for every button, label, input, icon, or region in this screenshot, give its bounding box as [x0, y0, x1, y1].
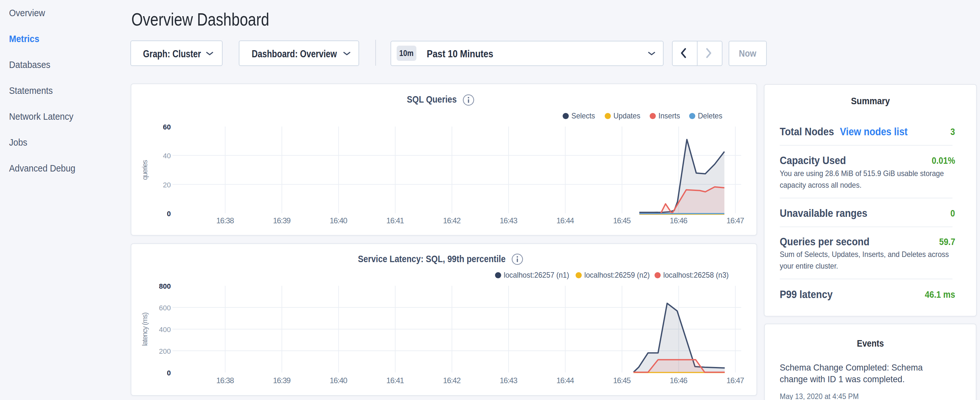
- svg-text:400: 400: [159, 325, 171, 334]
- svg-text:16:46: 16:46: [670, 376, 687, 385]
- svg-text:16:43: 16:43: [500, 376, 518, 385]
- svg-text:16:46: 16:46: [670, 216, 687, 225]
- svg-text:200: 200: [159, 347, 171, 355]
- svg-text:0: 0: [167, 210, 171, 218]
- svg-text:16:38: 16:38: [216, 376, 234, 385]
- svg-text:latency (ms): latency (ms): [141, 312, 149, 346]
- svg-text:60: 60: [163, 123, 171, 131]
- svg-text:16:38: 16:38: [216, 216, 234, 225]
- svg-text:16:45: 16:45: [613, 216, 631, 225]
- svg-text:20: 20: [163, 181, 171, 189]
- svg-text:16:44: 16:44: [557, 376, 574, 385]
- svg-text:16:45: 16:45: [613, 376, 631, 385]
- svg-text:16:43: 16:43: [500, 216, 518, 225]
- svg-text:16:40: 16:40: [330, 376, 347, 385]
- svg-text:16:42: 16:42: [443, 216, 461, 225]
- svg-text:16:42: 16:42: [443, 376, 461, 385]
- svg-text:16:39: 16:39: [273, 216, 291, 225]
- svg-text:16:39: 16:39: [273, 376, 291, 385]
- svg-text:16:47: 16:47: [726, 216, 744, 225]
- svg-text:16:41: 16:41: [386, 376, 404, 385]
- svg-text:16:40: 16:40: [330, 216, 347, 225]
- svg-text:queries: queries: [141, 160, 149, 180]
- svg-text:800: 800: [159, 282, 171, 290]
- svg-text:600: 600: [159, 304, 171, 312]
- svg-text:40: 40: [163, 152, 171, 160]
- svg-text:16:44: 16:44: [557, 216, 574, 225]
- svg-text:16:47: 16:47: [726, 376, 744, 385]
- svg-text:0: 0: [167, 369, 171, 377]
- svg-text:16:41: 16:41: [386, 216, 404, 225]
